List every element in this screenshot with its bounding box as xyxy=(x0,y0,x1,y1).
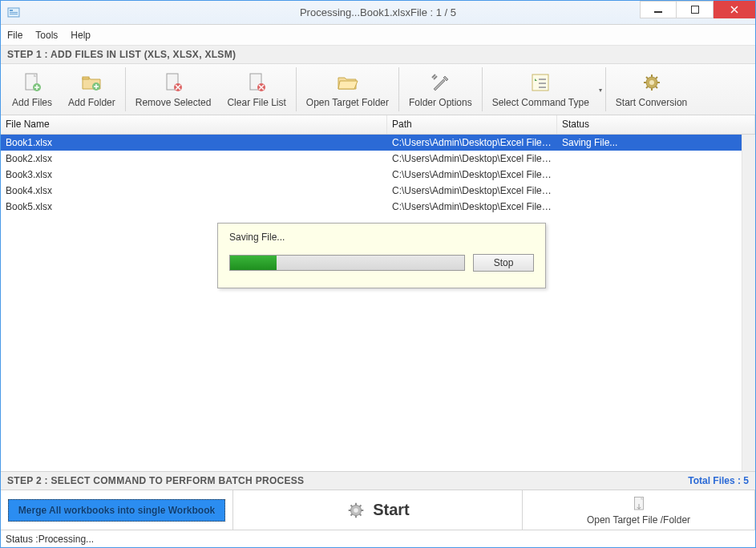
cell-file-name: Book2.xlsx xyxy=(1,151,387,166)
select-command-type-button[interactable]: Select Command Type ▾ xyxy=(484,64,604,115)
toolbar-separator xyxy=(605,67,606,111)
cell-path: C:\Users\Admin\Desktop\Excel Files\Book.… xyxy=(387,167,557,182)
svg-rect-15 xyxy=(539,79,546,80)
window-title: Processing...Book1.xlsxFile : 1 / 5 xyxy=(300,6,456,18)
total-files: Total Files : 5 xyxy=(688,475,749,486)
step2-header: STEP 2 : SELECT COMMAND TO PERFORM BATCH… xyxy=(7,475,304,486)
file-table: File Name Path Status Book1.xlsxC:\Users… xyxy=(1,115,755,471)
cell-path: C:\Users\Admin\Desktop\Excel Files\Book.… xyxy=(387,183,557,198)
step1-header: STEP 1 : ADD FILES IN LIST (XLS, XLSX, X… xyxy=(1,46,755,64)
cell-status xyxy=(557,205,755,208)
command-pill-cell: Merge All workbooks into single Workbook xyxy=(1,490,233,530)
cell-path: C:\Users\Admin\Desktop\Excel Files\Book.… xyxy=(387,151,557,166)
vertical-scrollbar[interactable] xyxy=(742,135,755,471)
selected-command[interactable]: Merge All workbooks into single Workbook xyxy=(8,499,225,522)
stop-button[interactable]: Stop xyxy=(473,254,534,272)
cell-file-name: Book1.xlsx xyxy=(1,135,387,150)
add-files-label: Add Files xyxy=(12,97,52,108)
svg-rect-8 xyxy=(83,77,89,79)
svg-rect-16 xyxy=(539,83,546,84)
remove-selected-button[interactable]: Remove Selected xyxy=(127,64,220,115)
clear-file-list-label: Clear File List xyxy=(227,97,285,108)
table-row[interactable]: Book2.xlsxC:\Users\Admin\Desktop\Excel F… xyxy=(1,151,755,167)
add-folder-label: Add Folder xyxy=(68,97,115,108)
menu-file[interactable]: File xyxy=(7,30,22,41)
svg-rect-17 xyxy=(539,87,546,88)
toolbar-separator xyxy=(296,67,297,111)
checklist-icon xyxy=(529,71,552,94)
action-row: Merge All workbooks into single Workbook… xyxy=(1,490,755,530)
table-row[interactable]: Book5.xlsxC:\Users\Admin\Desktop\Excel F… xyxy=(1,199,755,215)
menu-help[interactable]: Help xyxy=(71,30,91,41)
toolbar-separator xyxy=(125,67,126,111)
menu-tools[interactable]: Tools xyxy=(35,30,58,41)
status-prefix: Status : xyxy=(6,534,38,545)
folder-open-icon xyxy=(336,71,358,94)
window-controls xyxy=(640,1,755,24)
cell-status: Saving File... xyxy=(557,135,755,150)
table-row[interactable]: Book3.xlsxC:\Users\Admin\Desktop\Excel F… xyxy=(1,167,755,183)
window-root: Processing...Book1.xlsxFile : 1 / 5 File… xyxy=(0,0,756,548)
folder-add-icon xyxy=(80,71,103,94)
progress-dialog: Saving File... Stop xyxy=(217,223,546,288)
start-button[interactable]: Start xyxy=(233,490,523,530)
close-button[interactable] xyxy=(714,1,755,18)
svg-rect-4 xyxy=(654,11,662,13)
progress-fill xyxy=(230,256,277,270)
cell-status xyxy=(557,173,755,176)
tools-icon xyxy=(429,71,451,94)
cell-status xyxy=(557,157,755,160)
folder-options-button[interactable]: Folder Options xyxy=(401,64,480,115)
column-status[interactable]: Status xyxy=(557,115,755,134)
remove-selected-label: Remove Selected xyxy=(135,97,212,108)
open-target-folder-label: Open Target Folder xyxy=(306,97,389,108)
svg-point-19 xyxy=(649,80,654,85)
add-files-button[interactable]: Add Files xyxy=(4,64,60,115)
status-value: Processing... xyxy=(38,534,94,545)
step2-bar: STEP 2 : SELECT COMMAND TO PERFORM BATCH… xyxy=(1,471,755,490)
cell-file-name: Book3.xlsx xyxy=(1,167,387,182)
toolbar-separator xyxy=(398,67,399,111)
minimize-button[interactable] xyxy=(640,1,677,18)
svg-rect-3 xyxy=(10,14,18,14)
file-open-icon xyxy=(630,495,648,513)
column-path[interactable]: Path xyxy=(387,115,557,134)
progress-message: Saving File... xyxy=(229,232,534,243)
toolbar: Add Files Add Folder Remove Selected Cle… xyxy=(1,64,755,115)
open-target-folder-button[interactable]: Open Target Folder xyxy=(298,64,397,115)
maximize-button[interactable] xyxy=(677,1,714,18)
gear-icon xyxy=(641,71,663,94)
open-target-label: Open Target File /Folder xyxy=(587,514,690,526)
select-command-type-label: Select Command Type xyxy=(492,97,589,108)
add-folder-button[interactable]: Add Folder xyxy=(60,64,123,115)
app-icon xyxy=(7,6,20,19)
start-conversion-button[interactable]: Start Conversion xyxy=(608,64,695,115)
open-target-file-button[interactable]: Open Target File /Folder xyxy=(523,490,755,530)
gear-icon xyxy=(346,500,366,521)
cell-file-name: Book4.xlsx xyxy=(1,183,387,198)
table-row[interactable]: Book4.xlsxC:\Users\Admin\Desktop\Excel F… xyxy=(1,183,755,199)
svg-rect-2 xyxy=(10,12,18,13)
folder-options-label: Folder Options xyxy=(409,97,472,108)
svg-rect-1 xyxy=(10,10,13,11)
statusbar: Status : Processing... xyxy=(1,530,755,547)
cell-status xyxy=(557,189,755,192)
toolbar-separator xyxy=(482,67,483,111)
menubar: File Tools Help xyxy=(1,25,755,46)
file-add-icon xyxy=(21,71,43,94)
clear-file-list-button[interactable]: Clear File List xyxy=(219,64,293,115)
start-conversion-label: Start Conversion xyxy=(616,97,687,108)
table-body: Book1.xlsxC:\Users\Admin\Desktop\Excel F… xyxy=(1,135,755,215)
svg-point-21 xyxy=(354,508,358,513)
cell-file-name: Book5.xlsx xyxy=(1,199,387,214)
file-remove-icon xyxy=(162,71,184,94)
dropdown-arrow-icon: ▾ xyxy=(599,86,602,93)
cell-path: C:\Users\Admin\Desktop\Excel Files\Book.… xyxy=(387,135,557,150)
titlebar[interactable]: Processing...Book1.xlsxFile : 1 / 5 xyxy=(1,1,755,25)
file-clear-icon xyxy=(245,71,268,94)
svg-rect-5 xyxy=(691,6,698,14)
table-row[interactable]: Book1.xlsxC:\Users\Admin\Desktop\Excel F… xyxy=(1,135,755,151)
table-header: File Name Path Status xyxy=(1,115,755,135)
start-label: Start xyxy=(373,501,410,519)
column-file-name[interactable]: File Name xyxy=(1,115,387,134)
